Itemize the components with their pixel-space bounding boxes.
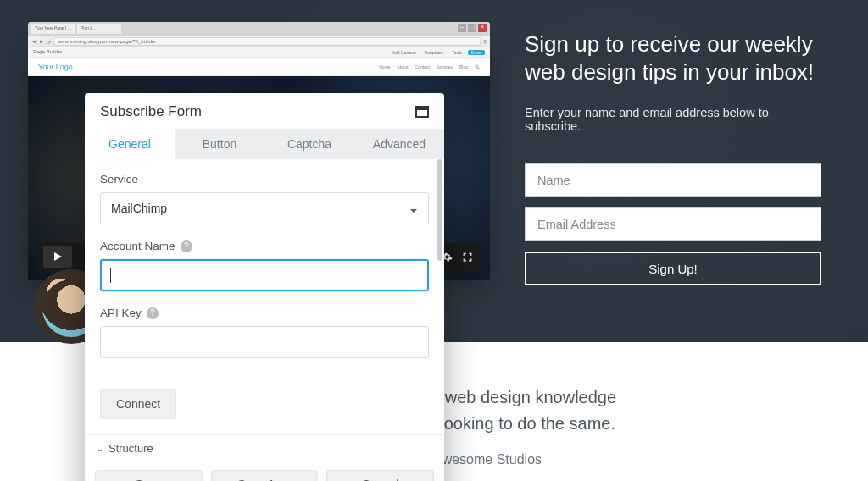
name-input[interactable] xyxy=(537,174,809,187)
toolbar-add-content[interactable]: Add Content xyxy=(390,50,419,55)
api-key-field[interactable] xyxy=(100,326,429,358)
account-name-label: Account Name ? xyxy=(100,240,429,252)
url-field[interactable]: www.training.dev/your-new-page/?fl_build… xyxy=(53,37,481,46)
subscribe-form-modal: Subscribe Form General Button Captcha Ad… xyxy=(85,93,444,481)
forward-icon[interactable]: ► xyxy=(39,39,44,44)
modal-footer: Save Save As... Cancel xyxy=(85,462,444,481)
toolbar-done[interactable]: Done xyxy=(468,50,485,55)
toolbar-templates[interactable]: Templates xyxy=(422,50,447,55)
tab-button[interactable]: Button xyxy=(175,129,264,159)
help-icon[interactable]: ? xyxy=(181,240,192,252)
browser-tab[interactable]: Your New Page | ... xyxy=(31,24,75,34)
site-logo: Your Logo xyxy=(38,63,73,71)
chevron-down-icon: ⌄ xyxy=(97,444,103,453)
save-as-button[interactable]: Save As... xyxy=(211,470,319,481)
email-field[interactable] xyxy=(525,207,821,241)
nav-item[interactable]: About xyxy=(397,64,408,69)
service-select[interactable]: MailChimp xyxy=(100,192,429,224)
email-input[interactable] xyxy=(537,218,809,231)
nav-item[interactable]: Contact xyxy=(415,64,430,69)
headline: Sign up to receive our weekly web design… xyxy=(525,30,821,86)
account-name-field[interactable] xyxy=(100,259,429,291)
search-icon[interactable]: 🔍 xyxy=(475,64,480,69)
minimize-icon[interactable]: – xyxy=(458,24,466,32)
modal-body: Service MailChimp Account Name ? API Key… xyxy=(85,159,444,434)
window-icon[interactable] xyxy=(415,106,429,118)
back-icon[interactable]: ◄ xyxy=(31,39,36,44)
fullscreen-icon[interactable] xyxy=(459,249,475,264)
browser-tab[interactable]: Plan b... xyxy=(77,24,121,34)
cancel-button[interactable]: Cancel xyxy=(326,470,434,481)
subheadline: Enter your name and email address below … xyxy=(525,106,821,133)
modal-title: Subscribe Form xyxy=(100,103,202,120)
connect-button[interactable]: Connect xyxy=(100,389,176,419)
chevron-down-icon xyxy=(409,204,418,213)
maximize-icon[interactable]: ☐ xyxy=(468,24,476,32)
site-header: Your Logo Home About Contact Services Bl… xyxy=(28,58,490,76)
api-key-label: API Key ? xyxy=(100,307,429,319)
signup-column: Sign up to receive our weekly web design… xyxy=(525,30,821,285)
scrollbar[interactable] xyxy=(437,159,442,261)
app-title: Page Builder xyxy=(33,49,62,55)
modal-header: Subscribe Form xyxy=(85,93,444,129)
browser-chrome: – ☐ × Your New Page | ... Plan b... ◄ ► … xyxy=(28,22,490,47)
help-icon[interactable]: ? xyxy=(147,307,159,319)
browser-tabs: Your New Page | ... Plan b... xyxy=(28,22,490,36)
window-controls: – ☐ × xyxy=(458,24,487,32)
toolbar-tools[interactable]: Tools xyxy=(449,50,465,55)
address-bar: ◄ ► ⟳ www.training.dev/your-new-page/?fl… xyxy=(28,36,490,47)
nav-item[interactable]: Home xyxy=(379,64,390,69)
close-icon[interactable]: × xyxy=(478,24,487,32)
tab-advanced[interactable]: Advanced xyxy=(354,129,444,159)
name-field[interactable] xyxy=(525,163,821,197)
account-name-input[interactable] xyxy=(111,268,419,282)
api-key-input[interactable] xyxy=(109,335,420,349)
modal-tabs: General Button Captcha Advanced xyxy=(85,129,444,159)
signup-button[interactable]: Sign Up! xyxy=(525,252,821,285)
tab-captcha[interactable]: Captcha xyxy=(264,129,354,159)
reload-icon[interactable]: ⟳ xyxy=(47,39,51,45)
save-button[interactable]: Save xyxy=(95,470,203,481)
service-value: MailChimp xyxy=(111,202,167,215)
service-label: Service xyxy=(100,173,429,185)
play-button[interactable] xyxy=(43,246,72,268)
builder-toolbar: Page Builder Add Content Templates Tools… xyxy=(28,47,490,58)
nav-item[interactable]: Blog xyxy=(459,64,468,69)
nav-item[interactable]: Services xyxy=(437,64,453,69)
tab-general[interactable]: General xyxy=(85,129,175,159)
structure-toggle[interactable]: ⌄ Structure xyxy=(85,434,444,462)
menu-icon[interactable]: ≡ xyxy=(483,39,487,44)
site-nav: Home About Contact Services Blog 🔍 xyxy=(379,64,480,69)
